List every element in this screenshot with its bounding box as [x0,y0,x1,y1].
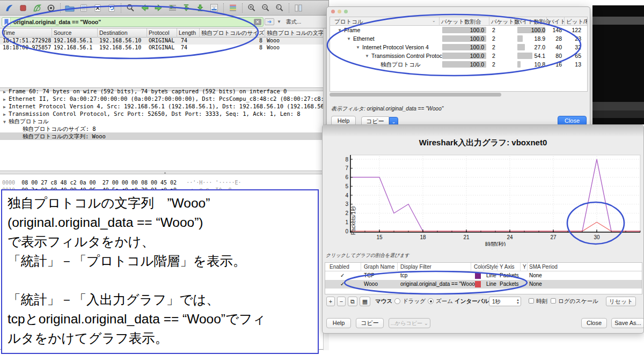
detail-tree-line[interactable]: 独自プロトコルのサイズ: 8 [0,125,328,132]
io-col-header[interactable]: Color [474,264,487,270]
go-forward-button[interactable] [152,3,164,13]
io-col-header[interactable]: Enabled [330,264,349,270]
collapse-arrow-icon[interactable]: ▼ [347,36,351,41]
io-copy-from-button[interactable]: ...からコピー ⌄ [389,318,430,328]
close-file-button[interactable] [92,3,104,13]
packet-col-header[interactable]: Protocol [149,29,170,36]
hex-row[interactable]: 0000 08 00 27 c8 48 c2 0a 00 27 00 00 00… [2,180,241,186]
hierarchy-col-header[interactable]: プロトコル [334,18,363,26]
filter-dropdown-icon[interactable]: ▼ [277,19,281,24]
color-swatch[interactable] [475,272,481,279]
colorize-button[interactable] [227,3,239,13]
stop-capture-button[interactable] [17,3,29,13]
find-packet-button[interactable] [125,3,136,13]
collapse-arrow-icon[interactable]: ▼ [338,28,342,33]
graph-settings-button[interactable]: ▦ [360,297,370,306]
detail-tree-line[interactable]: ▶Frame 60: 74 bytes on wire (592 bits), … [0,87,328,95]
collapse-arrow-icon[interactable]: ▼ [365,54,369,58]
save-file-button[interactable] [78,3,90,13]
io-col-header[interactable]: Y Axis [500,264,515,270]
hierarchy-row[interactable]: ▼Internet Protocol Version 4100.0227.040… [330,43,587,51]
column-separator[interactable] [177,28,177,38]
interval-select[interactable]: 1秒▲▼ [489,297,521,306]
filter-clear-icon[interactable]: ✕ [254,19,261,25]
color-swatch[interactable] [475,281,481,287]
collapse-arrow-icon[interactable]: ▼ [3,120,9,124]
hierarchy-horizontal-scrollbar[interactable] [330,93,501,97]
expand-arrow-icon[interactable]: ▶ [3,105,9,109]
packet-col-header[interactable]: Destination [99,29,128,36]
hierarchy-col-header[interactable]: パケット数 [491,18,519,26]
window-zoom-icon[interactable] [344,10,348,13]
terminal-window[interactable] [592,5,644,124]
io-col-header[interactable]: Style [486,264,498,270]
io-help-button[interactable]: Help [326,318,351,328]
column-separator[interactable] [265,28,265,38]
io-col-header[interactable]: Display Filter [400,264,431,270]
hierarchy-row[interactable]: ▼Frame100.02100.0148122 [330,26,587,34]
restart-capture-button[interactable] [31,3,43,13]
packet-col-header[interactable]: Time [3,29,15,36]
filter-apply-icon[interactable]: ➔ [265,18,274,25]
expand-arrow-icon[interactable]: ▶ [3,97,9,102]
log-scale-label[interactable]: ログのスケール [558,298,598,305]
zoom-out-button[interactable] [260,3,272,13]
zoom-label[interactable]: ズーム [436,298,453,305]
resize-columns-button[interactable] [292,3,304,13]
reload-file-button[interactable] [106,3,118,13]
stepper-icon[interactable]: ▲▼ [516,298,519,305]
detail-tree-line[interactable]: ▶Internet Protocol Version 4, Src: 192.1… [0,102,328,110]
filter-format-button[interactable]: 書式... [286,18,301,26]
io-graph-row-wooo[interactable]: ✓Wooooriginal.original_data == "Wooo"Lin… [325,280,642,289]
reset-button[interactable]: リセット [606,297,636,306]
display-filter-text[interactable]: original.original_data == "Wooo" [11,19,254,25]
log-scale-checkbox[interactable] [551,298,556,304]
detail-tree-line[interactable]: ▶Transmission Control Protocol, Src Port… [0,110,328,117]
collapse-arrow-icon[interactable]: ▼ [356,45,360,50]
open-file-button[interactable] [64,3,76,13]
io-graph-canvas[interactable]: 012345678151821242730時間(秒) [344,151,642,246]
packet-col-header[interactable]: Source [54,29,71,36]
io-col-header[interactable]: SMA Period [529,264,558,270]
io-col-header[interactable]: Graph Name [364,264,394,270]
column-separator[interactable] [97,28,98,38]
filter-bookmark-icon[interactable] [2,18,11,26]
duplicate-graph-button[interactable]: ⧉ [348,297,357,306]
detail-tree-line[interactable]: ▼独自プロトコル [0,117,328,125]
packet-row[interactable]: 18:17:51.272928192.168.56.1192.168.56.10… [0,38,328,45]
packet-col-header[interactable]: 独自プロトコルの文字列 [267,29,330,37]
packet-col-header[interactable]: 独自プロトコルのサイズ [201,29,265,37]
packet-row[interactable]: 18:18:00.975857192.168.56.1192.168.56.10… [0,45,328,51]
capture-options-button[interactable] [45,3,57,13]
io-copy-button[interactable]: コピー [356,318,384,328]
detail-tree-line[interactable]: 独自プロトコルの文字列: Wooo [0,132,328,140]
expand-arrow-icon[interactable]: ▶ [3,112,9,117]
time-label[interactable]: 時刻 [536,298,547,305]
hierarchy-col-header[interactable]: バイト [548,18,566,26]
io-col-header[interactable]: Y [523,264,526,270]
wireshark-fin-button[interactable] [3,3,15,13]
zoom-radio[interactable] [428,298,434,304]
io-table-header[interactable]: EnabledGraph NameDisplay FilterColorStyl… [325,263,642,271]
go-first-button[interactable] [180,3,192,13]
zoom-original-button[interactable] [274,3,286,13]
time-checkbox[interactable] [529,298,534,304]
io-graph-row-tcp[interactable]: ✓TCPtcpLinePacketsNone [325,271,642,280]
remove-graph-button[interactable]: − [337,297,346,306]
column-separator[interactable] [199,28,200,38]
go-back-button[interactable] [138,3,150,13]
drag-radio[interactable] [394,298,400,304]
hierarchy-col-header[interactable]: ビット/秒 [566,18,588,26]
drag-label[interactable]: ドラッグ [402,298,426,305]
expand-arrow-icon[interactable]: ▶ [3,90,9,94]
add-graph-button[interactable]: + [326,297,335,306]
window-close-icon[interactable] [331,10,335,13]
hierarchy-row[interactable]: ▼Ethernet100.0218.92823 [330,34,587,43]
hierarchy-row[interactable]: ▼Transmission Control Protocol100.0254.1… [330,51,587,60]
hierarchy-col-header[interactable]: パケット数割合 [441,18,481,26]
hierarchy-col-header[interactable]: バイト数割合 [516,18,551,26]
hierarchy-row[interactable]: 独自プロトコル100.0210.81613 [330,60,587,69]
io-save-as-button[interactable]: Save As... [611,318,644,328]
protocol-hierarchy-header[interactable]: プロトコルパケット数割合パケット数バイト数割合バイトビット/秒⌄ [330,17,587,26]
detail-tree-line[interactable]: ▶Ethernet II, Src: 0a:00:27:00:00:00 (0a… [0,95,328,102]
